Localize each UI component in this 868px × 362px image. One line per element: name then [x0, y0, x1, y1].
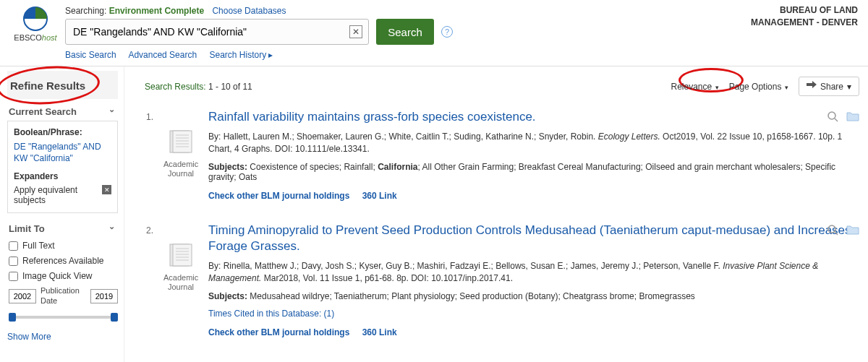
search-box: ✕ — [65, 19, 369, 45]
360-link[interactable]: 360 Link — [362, 191, 397, 201]
svg-line-18 — [835, 232, 838, 235]
result-number: 1. — [145, 109, 153, 201]
refine-sidebar: Refine Results Current Search ⌄ Boolean/… — [0, 66, 124, 362]
header-bar: EBSCOhost Searching: Environment Complet… — [0, 0, 868, 66]
result-number: 2. — [145, 223, 153, 337]
boolean-query-link[interactable]: DE "Rangelands" AND KW "California" — [14, 141, 111, 164]
limit-image-quick-view[interactable]: Image Quick View — [9, 271, 118, 281]
result-citation: By: Hallett, Lauren M.; Shoemaker, Laure… — [208, 131, 859, 156]
choose-databases-link[interactable]: Choose Databases — [212, 6, 286, 16]
caret-down-icon: ▾ — [783, 84, 788, 91]
date-label: Publication Date — [41, 286, 86, 305]
show-more-link[interactable]: Show More — [7, 332, 118, 342]
clear-search-icon[interactable]: ✕ — [349, 25, 362, 38]
result-title-link[interactable]: Rainfall variability maintains grass-for… — [208, 110, 536, 124]
folder-icon[interactable] — [846, 224, 859, 236]
organization-label: BUREAU OF LAND MANAGEMENT - DENVER — [751, 4, 858, 29]
check-holdings-link[interactable]: Check other BLM journal holdings — [208, 327, 349, 337]
folder-icon[interactable] — [846, 111, 859, 122]
ebsco-globe-icon — [22, 6, 48, 32]
image-quick-view-checkbox[interactable] — [9, 272, 18, 281]
preview-icon[interactable] — [826, 111, 839, 122]
caret-down-icon: ▾ — [847, 82, 851, 92]
search-input[interactable] — [66, 26, 349, 38]
limit-references-available[interactable]: References Available — [9, 256, 118, 266]
logo-text: EBSCOhost — [7, 33, 64, 42]
result-subjects: Subjects: Coexistence of species; Rainfa… — [208, 162, 859, 182]
result-subjects: Subjects: Medusahead wildrye; Taeniather… — [208, 291, 859, 301]
expander-value: Apply equivalent subjects — [14, 185, 102, 205]
chevron-down-icon[interactable]: ⌄ — [109, 222, 115, 231]
svg-point-8 — [828, 112, 835, 119]
current-search-heading[interactable]: Current Search ⌄ — [7, 100, 118, 121]
date-slider[interactable] — [9, 313, 118, 322]
page-options-dropdown[interactable]: Page Options ▾ — [729, 82, 788, 92]
search-button[interactable]: Search — [376, 19, 434, 45]
slider-handle-min[interactable] — [9, 313, 16, 322]
result-item: 1. Academic Journal Rainfall variability… — [145, 109, 859, 201]
search-history-link[interactable]: Search History ▸ — [209, 50, 273, 60]
share-icon — [807, 81, 817, 92]
svg-rect-2 — [173, 131, 192, 152]
svg-line-9 — [835, 118, 838, 121]
searching-label: Searching: Environment Complete Choose D… — [65, 6, 861, 16]
result-item: 2. Academic Journal Timing Aminopyralid … — [145, 223, 859, 337]
basic-search-link[interactable]: Basic Search — [65, 50, 116, 60]
source-type-icon: Academic Journal — [163, 241, 198, 337]
svg-rect-11 — [173, 244, 192, 266]
references-checkbox[interactable] — [9, 257, 18, 266]
expanders-label: Expanders — [14, 171, 111, 181]
advanced-search-link[interactable]: Advanced Search — [128, 50, 197, 60]
source-type-icon: Academic Journal — [163, 128, 198, 201]
academic-journal-icon — [167, 241, 195, 269]
results-panel: Search Results: 1 - 10 of 11 Relevance ▾… — [124, 66, 868, 362]
caret-down-icon: ▾ — [713, 84, 719, 91]
svg-point-17 — [828, 225, 835, 233]
current-database: Environment Complete — [109, 6, 204, 16]
boolean-phrase-label: Boolean/Phrase: — [14, 127, 111, 137]
chevron-down-icon[interactable]: ⌄ — [109, 105, 115, 114]
times-cited-link[interactable]: Times Cited in this Database: (1) — [208, 309, 334, 319]
logo[interactable]: EBSCOhost — [7, 6, 64, 42]
current-search-box: Boolean/Phrase: DE "Rangelands" AND KW "… — [7, 121, 118, 213]
limit-to-heading[interactable]: Limit To ⌄ — [7, 217, 118, 238]
sort-dropdown[interactable]: Relevance ▾ — [671, 82, 719, 92]
publication-date-row: Publication Date — [9, 286, 118, 305]
refine-results-heading: Refine Results — [7, 71, 118, 99]
result-citation: By: Rinella, Matthew J.; Davy, Josh S.; … — [208, 260, 859, 285]
limit-full-text[interactable]: Full Text — [9, 241, 118, 251]
slider-handle-max[interactable] — [111, 313, 118, 322]
academic-journal-icon — [167, 128, 195, 155]
360-link[interactable]: 360 Link — [362, 327, 397, 337]
date-to-input[interactable] — [90, 289, 118, 303]
result-title-link[interactable]: Timing Aminopyralid to Prevent Seed Prod… — [208, 223, 851, 253]
results-count: Search Results: 1 - 10 of 11 — [145, 82, 252, 92]
remove-expander-icon[interactable]: ✕ — [102, 185, 111, 194]
preview-icon[interactable] — [826, 224, 839, 236]
check-holdings-link[interactable]: Check other BLM journal holdings — [208, 191, 349, 201]
full-text-checkbox[interactable] — [9, 241, 18, 251]
date-from-input[interactable] — [9, 289, 36, 303]
share-button[interactable]: Share ▾ — [799, 77, 859, 96]
help-icon[interactable]: ? — [441, 26, 453, 38]
